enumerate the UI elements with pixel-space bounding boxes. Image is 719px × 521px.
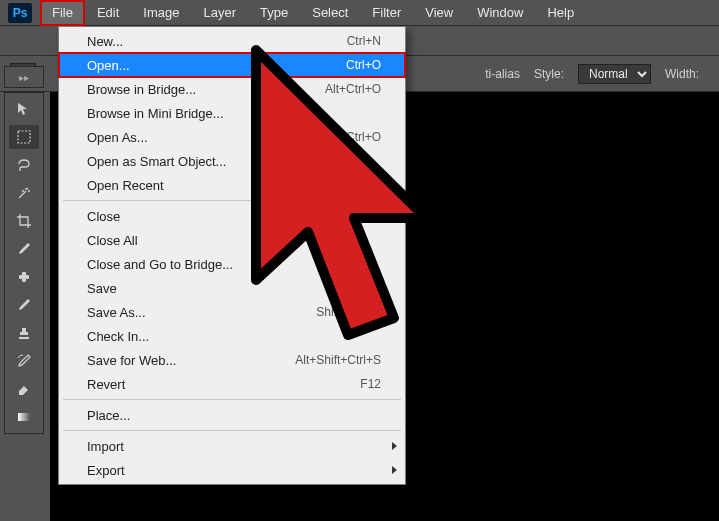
crop-tool[interactable] <box>9 209 39 233</box>
menu-item-label: Check In... <box>87 329 149 344</box>
eyedropper-tool[interactable] <box>9 237 39 261</box>
menu-item-open-as-smart-object[interactable]: Open as Smart Object... <box>59 149 405 173</box>
menu-item-label: Place... <box>87 408 130 423</box>
submenu-arrow-icon <box>392 466 397 474</box>
menu-item-open-as[interactable]: Open As...Alt+Shift+Ctrl+O <box>59 125 405 149</box>
style-label: Style: <box>534 67 564 81</box>
menu-item-label: Save for Web... <box>87 353 176 368</box>
menubar: Ps File Edit Image Layer Type Select Fil… <box>0 0 719 26</box>
menu-item-shortcut: Ctrl+S <box>347 281 381 295</box>
menu-item-new[interactable]: New...Ctrl+N <box>59 29 405 53</box>
history-brush-tool[interactable] <box>9 349 39 373</box>
menu-item-label: Close All <box>87 233 138 248</box>
menu-item-label: Browse in Mini Bridge... <box>87 106 224 121</box>
menu-select[interactable]: Select <box>300 0 360 26</box>
menu-item-close-all[interactable]: Close All <box>59 228 405 252</box>
menu-item-label: Export <box>87 463 125 478</box>
menu-item-label: Save As... <box>87 305 146 320</box>
menu-item-label: New... <box>87 34 123 49</box>
menu-item-label: Save <box>87 281 117 296</box>
svg-rect-0 <box>18 131 30 143</box>
lasso-tool[interactable] <box>9 153 39 177</box>
healing-tool[interactable] <box>9 265 39 289</box>
menu-separator <box>63 399 401 400</box>
menu-item-close-and-go-to-bridge[interactable]: Close and Go to Bridge... <box>59 252 405 276</box>
menu-filter[interactable]: Filter <box>360 0 413 26</box>
menu-item-save-as[interactable]: Save As...Shift+Ctrl+S <box>59 300 405 324</box>
file-menu-dropdown: New...Ctrl+NOpen...Ctrl+OBrowse in Bridg… <box>58 26 406 485</box>
menu-type[interactable]: Type <box>248 0 300 26</box>
menu-edit[interactable]: Edit <box>85 0 131 26</box>
menu-item-open[interactable]: Open...Ctrl+O <box>59 53 405 77</box>
menu-help[interactable]: Help <box>535 0 586 26</box>
menu-item-label: Close <box>87 209 120 224</box>
menu-item-shortcut: Alt+Ctrl+O <box>325 82 381 96</box>
move-tool[interactable] <box>9 97 39 121</box>
menu-item-label: Open as Smart Object... <box>87 154 226 169</box>
menu-item-open-recent[interactable]: Open Recent <box>59 173 405 197</box>
menu-item-check-in[interactable]: Check In... <box>59 324 405 348</box>
menu-separator <box>63 200 401 201</box>
stamp-tool[interactable] <box>9 321 39 345</box>
brush-tool[interactable] <box>9 293 39 317</box>
wand-tool[interactable] <box>9 181 39 205</box>
menu-item-place[interactable]: Place... <box>59 403 405 427</box>
toolbox <box>4 92 44 434</box>
menu-item-label: Open Recent <box>87 178 164 193</box>
anti-alias-label: ti-alias <box>485 67 520 81</box>
svg-rect-2 <box>22 272 26 282</box>
menu-item-save[interactable]: SaveCtrl+S <box>59 276 405 300</box>
menu-image[interactable]: Image <box>131 0 191 26</box>
marquee-tool[interactable] <box>9 125 39 149</box>
menu-item-shortcut: Ctrl+N <box>347 34 381 48</box>
photoshop-window: Ps File Edit Image Layer Type Select Fil… <box>0 0 719 521</box>
menu-item-export[interactable]: Export <box>59 458 405 482</box>
menu-item-browse-in-mini-bridge[interactable]: Browse in Mini Bridge... <box>59 101 405 125</box>
menu-view[interactable]: View <box>413 0 465 26</box>
width-label: Width: <box>665 67 699 81</box>
submenu-arrow-icon <box>392 442 397 450</box>
gradient-tool[interactable] <box>9 405 39 429</box>
menu-item-shortcut: Shift+Ctrl+S <box>316 305 381 319</box>
style-select[interactable]: Normal <box>578 64 651 84</box>
menu-file[interactable]: File <box>40 0 85 26</box>
menu-item-close[interactable]: Close <box>59 204 405 228</box>
menu-separator <box>63 430 401 431</box>
menu-item-revert[interactable]: RevertF12 <box>59 372 405 396</box>
menu-layer[interactable]: Layer <box>192 0 249 26</box>
menu-item-shortcut: F12 <box>360 377 381 391</box>
menu-item-shortcut: Alt+Shift+Ctrl+O <box>294 130 381 144</box>
menu-item-import[interactable]: Import <box>59 434 405 458</box>
eraser-tool[interactable] <box>9 377 39 401</box>
menu-item-label: Browse in Bridge... <box>87 82 196 97</box>
menu-window[interactable]: Window <box>465 0 535 26</box>
menu-item-label: Revert <box>87 377 125 392</box>
menu-item-shortcut: Alt+Shift+Ctrl+S <box>295 353 381 367</box>
menu-item-label: Open... <box>87 58 130 73</box>
menu-item-label: Import <box>87 439 124 454</box>
menu-item-label: Close and Go to Bridge... <box>87 257 233 272</box>
app-logo: Ps <box>8 3 32 23</box>
menu-item-label: Open As... <box>87 130 148 145</box>
svg-rect-3 <box>18 413 30 421</box>
submenu-arrow-icon <box>392 181 397 189</box>
menu-item-browse-in-bridge[interactable]: Browse in Bridge...Alt+Ctrl+O <box>59 77 405 101</box>
toolbox-collapse[interactable]: ▸▸ <box>4 66 44 88</box>
menu-item-save-for-web[interactable]: Save for Web...Alt+Shift+Ctrl+S <box>59 348 405 372</box>
menu-item-shortcut: Ctrl+O <box>346 58 381 72</box>
